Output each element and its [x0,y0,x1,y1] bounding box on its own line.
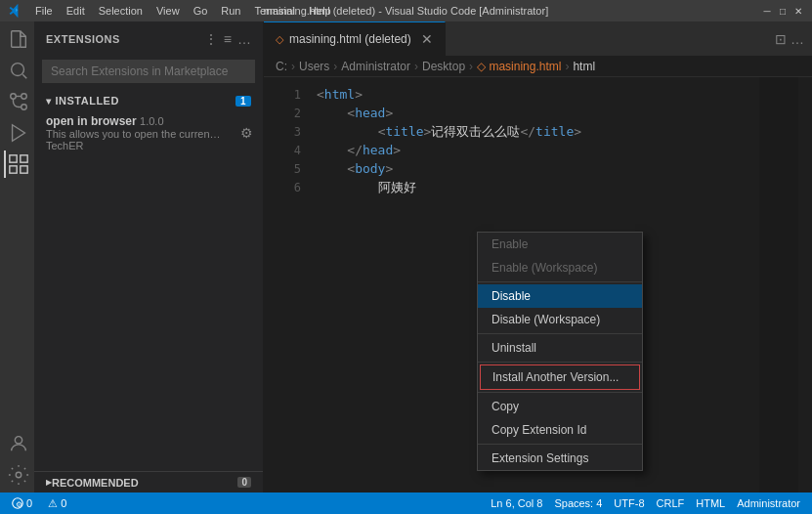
activity-bar [0,21,34,493]
sort-extensions-icon[interactable]: ≡ [224,31,232,47]
code-line-6: 6 阿姨好 [264,178,812,196]
context-uninstall[interactable]: Uninstall [478,336,642,360]
activity-settings[interactable] [4,461,31,489]
activity-run[interactable] [4,119,31,147]
line-content-1: <html> [317,87,363,102]
svg-rect-6 [9,155,16,162]
context-disable[interactable]: Disable [478,284,642,308]
split-editor-icon[interactable]: ⊡ [775,31,787,47]
context-enable[interactable]: Enable [478,233,642,256]
scrollbar[interactable] [798,77,812,493]
code-line-1: 1 <html> [264,85,812,104]
line-content-6: 阿姨好 [317,179,416,196]
context-install-another[interactable]: Install Another Version... [480,364,640,390]
line-number-2: 2 [272,107,301,120]
code-line-3: 3 <title>记得双击么么哒</title> [264,122,812,141]
breadcrumb-sep-2: › [414,60,418,73]
breadcrumb-html[interactable]: html [573,60,595,73]
minimap [759,77,798,493]
breadcrumb-sep-0: › [291,60,295,73]
activity-source-control[interactable] [4,88,31,115]
context-copy[interactable]: Copy [478,395,642,418]
activity-search[interactable] [4,57,31,84]
extension-open-in-browser[interactable]: open in browser 1.0.0 This allows you to… [34,110,263,155]
tab-file-icon: ◇ [276,33,283,46]
status-line-col[interactable]: Ln 6, Col 8 [487,497,546,509]
filter-extensions-icon[interactable]: ⋮ [204,31,218,47]
activity-explorer[interactable] [4,25,31,53]
maximize-button[interactable]: □ [777,5,789,17]
main-layout: EXTENSIONS ⋮ ≡ … ▾ INSTALLED 1 open in b… [0,21,812,493]
breadcrumb-desktop[interactable]: Desktop [422,60,465,73]
context-enable-workspace[interactable]: Enable (Workspace) [478,256,642,279]
status-right: Ln 6, Col 8 Spaces: 4 UTF-8 CRLF HTML Ad… [487,497,804,509]
editor-area: ◇ masining.html (deleted) ✕ ⊡ … C: › Use… [264,21,812,493]
context-copy-extension-id[interactable]: Copy Extension Id [478,418,642,442]
recommended-badge: 0 [237,477,251,488]
more-actions-icon[interactable]: … [237,31,251,47]
installed-section-header[interactable]: ▾ INSTALLED 1 [34,91,263,110]
breadcrumb-c[interactable]: C: [276,60,287,73]
svg-rect-9 [20,166,26,173]
activity-extensions[interactable] [4,150,31,178]
extension-name: open in browser 1.0.0 [46,114,251,128]
more-tabs-icon[interactable]: … [791,31,804,47]
status-encoding[interactable]: UTF-8 [610,497,648,509]
window-controls: ─ □ ✕ [761,5,804,17]
svg-point-10 [15,437,21,444]
editor-content[interactable]: 1 <html> 2 <head> 3 <title>记得双击么么哒</titl… [264,77,812,493]
status-user[interactable]: Administrator [733,497,804,509]
menu-view[interactable]: View [150,3,186,19]
line-content-2: <head> [317,106,393,120]
svg-rect-8 [9,166,16,173]
code-line-2: 2 <head> [264,104,812,122]
recommended-section-header[interactable]: ▸ RECOMMENDED 0 [34,472,263,493]
status-warnings[interactable]: ⚠ 0 [44,497,70,510]
vscode-logo [8,3,23,19]
breadcrumb-sep-3: › [469,60,473,73]
context-extension-settings[interactable]: Extension Settings [478,447,642,470]
breadcrumb-file[interactable]: ◇ masining.html [477,60,561,73]
menu-divider-5 [478,444,642,445]
status-spaces[interactable]: Spaces: 4 [550,497,606,509]
installed-label: INSTALLED [56,95,119,107]
close-button[interactable]: ✕ [792,5,804,17]
svg-text:⚙: ⚙ [16,500,22,509]
extension-description: This allows you to open the current fil.… [46,128,222,140]
extension-gear-icon[interactable]: ⚙ [240,125,253,141]
context-disable-workspace[interactable]: Disable (Workspace) [478,308,642,331]
recommended-section: ▸ RECOMMENDED 0 [34,471,263,493]
breadcrumb: C: › Users › Administrator › Desktop › ◇… [264,56,812,77]
menu-go[interactable]: Go [188,3,214,19]
line-number-4: 4 [272,144,301,157]
breadcrumb-users[interactable]: Users [299,60,329,73]
menu-divider-3 [478,362,642,363]
title-bar: File Edit Selection View Go Run Terminal… [0,0,812,21]
status-errors[interactable]: ⚙ 0 [8,497,36,509]
extension-author: TechER [46,140,251,151]
svg-rect-0 [11,31,20,48]
menu-run[interactable]: Run [215,3,246,19]
menu-file[interactable]: File [29,3,59,19]
menu-divider-2 [478,333,642,334]
menu-edit[interactable]: Edit [61,3,91,19]
line-content-4: </head> [317,143,401,157]
tab-masining-html[interactable]: ◇ masining.html (deleted) ✕ [264,21,446,56]
menu-selection[interactable]: Selection [93,3,149,19]
line-content-5: <body> [317,161,393,176]
status-language[interactable]: HTML [692,497,729,509]
context-menu: Enable Enable (Workspace) Disable Disabl… [477,232,643,471]
svg-marker-5 [12,125,24,142]
breadcrumb-admin[interactable]: Administrator [341,60,410,73]
status-line-endings[interactable]: CRLF [653,497,689,509]
activity-account[interactable] [4,430,31,457]
recommended-label: RECOMMENDED [52,477,139,489]
installed-badge: 1 [235,96,251,107]
menu-divider-1 [478,281,642,282]
minimize-button[interactable]: ─ [761,5,773,17]
tabs-bar: ◇ masining.html (deleted) ✕ ⊡ … [264,21,812,56]
svg-point-2 [10,94,16,100]
search-input[interactable] [42,60,255,83]
menu-divider-4 [478,392,642,393]
tab-close-button[interactable]: ✕ [421,31,433,47]
